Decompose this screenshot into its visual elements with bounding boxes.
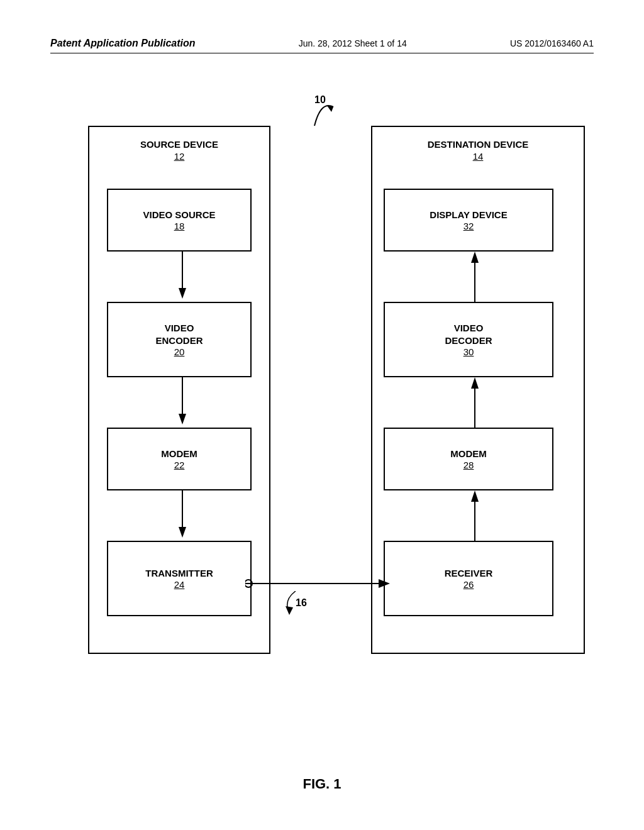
receiver-box: RECEIVER 26 bbox=[384, 541, 553, 616]
dest-device-label: DESTINATION DEVICE 14 bbox=[384, 138, 572, 162]
display-device-label: DISPLAY DEVICE bbox=[430, 209, 507, 221]
dest-device-title: DESTINATION DEVICE bbox=[384, 138, 572, 151]
source-device-number: 12 bbox=[101, 151, 258, 162]
arrow-modem28-vd bbox=[465, 377, 484, 428]
figure-label: FIG. 1 bbox=[0, 776, 644, 792]
page-header: Patent Application Publication Jun. 28, … bbox=[50, 38, 594, 53]
video-source-label: VIDEO SOURCE bbox=[143, 209, 215, 221]
arrow-vd-display bbox=[465, 252, 484, 302]
arrow-ve-modem22 bbox=[173, 377, 192, 428]
header-patent-number: US 2012/0163460 A1 bbox=[510, 38, 594, 48]
display-device-number: 32 bbox=[464, 221, 474, 231]
system-number-label: 10 bbox=[314, 94, 326, 106]
transmitter-box: TRANSMITTER 24 bbox=[107, 541, 252, 616]
video-encoder-label: VIDEO ENCODER bbox=[155, 322, 203, 346]
video-decoder-number: 30 bbox=[464, 346, 474, 357]
source-device-label: SOURCE DEVICE 12 bbox=[101, 138, 258, 162]
dest-device-number: 14 bbox=[384, 151, 572, 162]
receiver-label: RECEIVER bbox=[445, 567, 493, 580]
svg-marker-12 bbox=[471, 490, 479, 502]
modem28-box: MODEM 28 bbox=[384, 428, 553, 490]
display-device-box: DISPLAY DEVICE 32 bbox=[384, 189, 553, 252]
modem22-label: MODEM bbox=[161, 448, 197, 460]
system-arrow-svg bbox=[264, 94, 340, 132]
video-source-number: 18 bbox=[174, 221, 185, 231]
header-date-sheet: Jun. 28, 2012 Sheet 1 of 14 bbox=[299, 38, 407, 48]
page: Patent Application Publication Jun. 28, … bbox=[0, 0, 644, 830]
arrow-modem22-tx bbox=[173, 490, 192, 541]
svg-marker-2 bbox=[179, 288, 186, 299]
svg-marker-4 bbox=[179, 414, 186, 424]
arrow-rx-modem28 bbox=[465, 490, 484, 541]
channel-number-label: 16 bbox=[296, 597, 307, 609]
svg-marker-8 bbox=[471, 252, 479, 263]
diagram-area: 10 SOURCE DEVICE 12 DESTINATION DEVICE 1… bbox=[50, 88, 594, 717]
video-encoder-box: VIDEO ENCODER 20 bbox=[107, 302, 252, 377]
modem28-label: MODEM bbox=[450, 448, 487, 460]
svg-marker-10 bbox=[471, 377, 479, 389]
video-decoder-label: VIDEO DECODER bbox=[445, 322, 492, 346]
modem28-number: 28 bbox=[464, 460, 474, 470]
modem22-number: 22 bbox=[174, 460, 185, 470]
svg-marker-6 bbox=[179, 527, 186, 538]
video-encoder-number: 20 bbox=[174, 346, 185, 357]
transmitter-number: 24 bbox=[174, 579, 185, 590]
video-decoder-box: VIDEO DECODER 30 bbox=[384, 302, 553, 377]
video-source-box: VIDEO SOURCE 18 bbox=[107, 189, 252, 252]
receiver-number: 26 bbox=[464, 579, 474, 590]
transmitter-label: TRANSMITTER bbox=[145, 567, 213, 580]
header-publication: Patent Application Publication bbox=[50, 38, 196, 49]
modem22-box: MODEM 22 bbox=[107, 428, 252, 490]
svg-marker-14 bbox=[379, 579, 390, 588]
source-device-title: SOURCE DEVICE bbox=[101, 138, 258, 151]
svg-marker-16 bbox=[286, 606, 293, 615]
arrow-vs-ve bbox=[173, 252, 192, 302]
